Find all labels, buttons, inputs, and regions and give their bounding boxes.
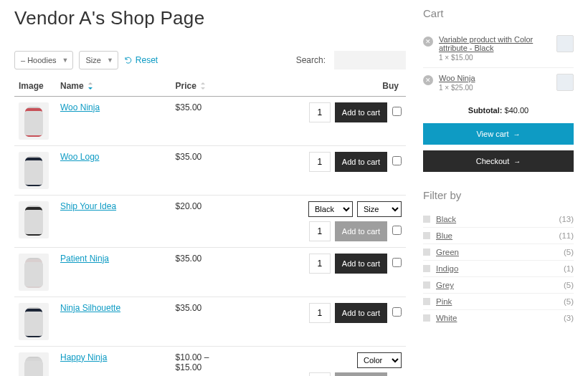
table-row: Patient Ninja$35.00Add to cart bbox=[14, 247, 406, 297]
filter-link[interactable]: White bbox=[436, 314, 457, 322]
quantity-input[interactable] bbox=[309, 221, 331, 241]
product-thumbnail[interactable] bbox=[19, 152, 49, 189]
view-cart-button[interactable]: View cart→ bbox=[423, 123, 574, 145]
checkbox-icon bbox=[423, 281, 430, 289]
product-thumbnail[interactable] bbox=[19, 201, 49, 238]
filter-count: (1) bbox=[564, 264, 574, 273]
chevron-down-icon: ▼ bbox=[62, 57, 69, 64]
filter-item[interactable]: Pink(5) bbox=[423, 293, 574, 309]
filter-item[interactable]: Black(13) bbox=[423, 211, 574, 227]
filter-item[interactable]: Green(5) bbox=[423, 244, 574, 260]
cart-item-meta: 1 × $25.00 bbox=[439, 84, 551, 92]
product-thumbnail[interactable] bbox=[19, 102, 49, 140]
filter-item[interactable]: Blue(11) bbox=[423, 227, 574, 244]
table-row: Ninja Silhouette$35.00Add to cart bbox=[14, 297, 406, 346]
select-row-checkbox[interactable] bbox=[392, 307, 402, 317]
cart-item: ✕Variable product with Color attribute -… bbox=[423, 29, 574, 67]
checkbox-icon bbox=[423, 216, 430, 223]
table-row: Ship Your Idea$20.00BlackSizeAdd to cart bbox=[14, 195, 406, 247]
filter-link[interactable]: Indigo bbox=[436, 264, 458, 273]
checkbox-icon bbox=[423, 249, 430, 256]
select-row-checkbox[interactable] bbox=[392, 226, 402, 235]
checkbox-icon bbox=[423, 298, 430, 305]
filter-count: (5) bbox=[564, 297, 574, 306]
search-input[interactable] bbox=[334, 51, 406, 69]
filter-link[interactable]: Green bbox=[436, 248, 459, 256]
product-thumbnail[interactable] bbox=[19, 254, 49, 291]
remove-item-icon[interactable]: ✕ bbox=[423, 37, 433, 47]
reset-label: Reset bbox=[136, 55, 158, 65]
quantity-input[interactable] bbox=[309, 303, 331, 323]
filter-count: (5) bbox=[564, 248, 574, 256]
add-to-cart-button[interactable]: Add to cart bbox=[335, 372, 387, 376]
col-image[interactable]: Image bbox=[14, 77, 56, 96]
sort-icon bbox=[87, 82, 93, 92]
variant-select[interactable]: Size bbox=[357, 201, 402, 217]
filter-link[interactable]: Pink bbox=[436, 297, 452, 306]
product-thumbnail[interactable] bbox=[19, 352, 49, 376]
select-row-checkbox[interactable] bbox=[392, 156, 402, 165]
product-link[interactable]: Patient Ninja bbox=[60, 254, 109, 264]
product-price: $20.00 bbox=[171, 195, 236, 247]
table-row: Woo Ninja$35.00Add to cart bbox=[14, 96, 406, 145]
cart-subtotal: Subtotal: $40.00 bbox=[423, 106, 574, 115]
product-link[interactable]: Happy Ninja bbox=[60, 352, 107, 362]
variant-select[interactable]: Color bbox=[357, 352, 402, 368]
product-table: Image Name Price Buy Woo Ninja$35.00Add … bbox=[14, 77, 406, 376]
category-dropdown[interactable]: – Hoodies ▼ bbox=[14, 51, 73, 69]
cart-item-meta: 1 × $15.00 bbox=[439, 54, 551, 62]
size-dropdown-value: Size bbox=[85, 56, 100, 64]
add-to-cart-button[interactable]: Add to cart bbox=[335, 254, 387, 274]
filter-by-heading: Filter by bbox=[423, 189, 574, 201]
checkbox-icon bbox=[423, 232, 430, 239]
product-link[interactable]: Ship Your Idea bbox=[60, 201, 116, 211]
col-name[interactable]: Name bbox=[56, 77, 171, 96]
filter-count: (5) bbox=[564, 281, 574, 289]
filter-link[interactable]: Grey bbox=[436, 281, 454, 289]
filter-link[interactable]: Black bbox=[436, 215, 456, 223]
product-price: $35.00 bbox=[171, 145, 236, 195]
checkout-button[interactable]: Checkout→ bbox=[423, 150, 574, 172]
filter-bar: – Hoodies ▼ Size ▼ Reset Search: bbox=[14, 51, 406, 69]
product-link[interactable]: Woo Ninja bbox=[60, 102, 100, 112]
filter-item[interactable]: Indigo(1) bbox=[423, 260, 574, 276]
filter-count: (11) bbox=[559, 231, 574, 240]
checkbox-icon bbox=[423, 265, 430, 272]
chevron-down-icon: ▼ bbox=[107, 57, 113, 64]
quantity-input[interactable] bbox=[309, 254, 331, 274]
cart-item-link[interactable]: Variable product with Color attribute - … bbox=[439, 35, 533, 52]
quantity-input[interactable] bbox=[309, 102, 331, 122]
cart-item: ✕Woo Ninja1 × $25.00 bbox=[423, 67, 574, 97]
add-to-cart-button[interactable]: Add to cart bbox=[335, 303, 387, 323]
col-price[interactable]: Price bbox=[171, 77, 236, 96]
add-to-cart-button[interactable]: Add to cart bbox=[335, 152, 387, 172]
select-row-checkbox[interactable] bbox=[392, 258, 402, 267]
quantity-input[interactable] bbox=[309, 152, 331, 172]
filter-item[interactable]: White(3) bbox=[423, 309, 574, 326]
filter-link[interactable]: Blue bbox=[436, 231, 452, 240]
remove-item-icon[interactable]: ✕ bbox=[423, 75, 433, 85]
sort-icon bbox=[200, 82, 206, 92]
category-dropdown-value: – Hoodies bbox=[21, 56, 57, 64]
product-price: $35.00 bbox=[171, 297, 236, 346]
product-link[interactable]: Ninja Silhouette bbox=[60, 303, 120, 313]
select-row-checkbox[interactable] bbox=[392, 107, 402, 116]
filter-item[interactable]: Grey(5) bbox=[423, 276, 574, 293]
table-row: Happy Ninja$10.00 – $15.00ColorAdd to ca… bbox=[14, 346, 406, 376]
table-row: Woo Logo$35.00Add to cart bbox=[14, 145, 406, 195]
filter-count: (3) bbox=[564, 314, 574, 322]
product-thumbnail[interactable] bbox=[19, 303, 49, 340]
variant-select[interactable]: Black bbox=[308, 201, 353, 217]
cart-item-thumbnail bbox=[556, 35, 574, 52]
checkbox-icon bbox=[423, 314, 430, 322]
cart-heading: Cart bbox=[423, 7, 574, 19]
add-to-cart-button[interactable]: Add to cart bbox=[335, 102, 387, 122]
product-link[interactable]: Woo Logo bbox=[60, 152, 100, 162]
arrow-right-icon: → bbox=[513, 158, 521, 165]
add-to-cart-button[interactable]: Add to cart bbox=[335, 221, 387, 241]
reset-button[interactable]: Reset bbox=[124, 55, 158, 65]
size-dropdown[interactable]: Size ▼ bbox=[79, 51, 118, 69]
product-price: $10.00 – $15.00 bbox=[171, 346, 236, 376]
quantity-input[interactable] bbox=[309, 372, 331, 376]
cart-item-link[interactable]: Woo Ninja bbox=[439, 74, 475, 82]
